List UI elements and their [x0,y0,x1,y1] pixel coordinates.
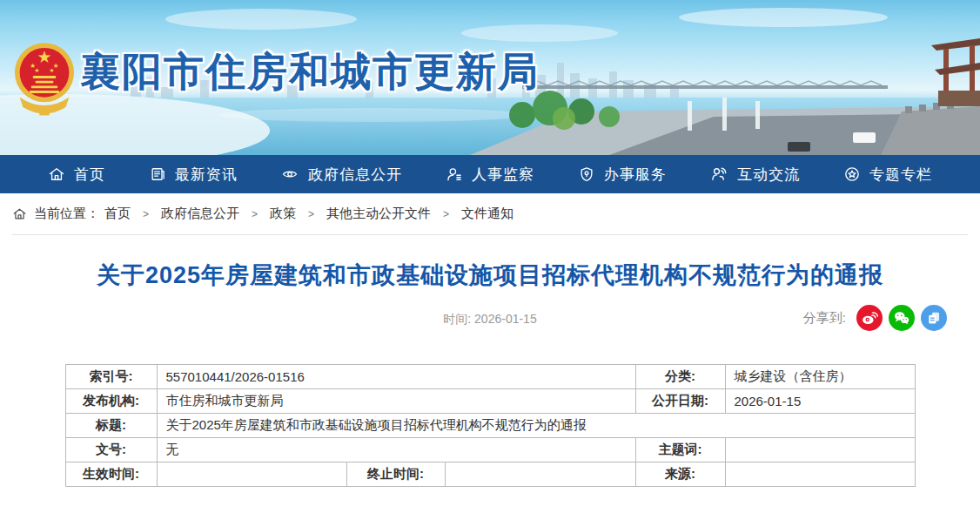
shield-icon [578,165,595,183]
table-row: 生效时间: 终止时间: 来源: [65,462,915,487]
nav-item-label: 首页 [74,165,105,185]
nav-item-home[interactable]: 首页 [48,165,105,185]
nav-item-gov-info[interactable]: 政府信息公开 [280,165,402,185]
breadcrumb-separator: > [252,208,258,220]
nav-item-label: 政府信息公开 [308,165,402,185]
doc-number-label: 文号: [65,438,157,462]
effective-date-value [157,462,346,487]
table-row: 文号: 无 主题词: [65,438,915,462]
wechat-icon [892,308,911,327]
table-row: 标题: 关于2025年房屋建筑和市政基础设施项目招标代理机构不规范行为的通报 [65,414,915,438]
publish-date-label: 公开日期: [635,389,725,414]
breadcrumb-item-policy[interactable]: 政策 [270,206,296,222]
svg-text:★: ★ [37,48,52,66]
breadcrumb-separator: > [443,208,449,220]
nav-item-personnel[interactable]: 人事监察 [446,165,534,185]
keywords-value [725,438,915,462]
copylink-icon [924,308,943,327]
weibo-share-button[interactable] [856,305,883,331]
national-emblem: ★ ★ ★ ★ ★ [11,31,77,122]
wechat-share-button[interactable] [889,305,915,331]
breadcrumb-separator: > [308,208,314,220]
article-title: 关于2025年房屋建筑和市政基础设施项目招标代理机构不规范行为的通报 [0,260,980,291]
expiry-date-label: 终止时间: [346,462,445,487]
index-number-value: 557010441/2026-01516 [157,365,635,389]
breadcrumb-item-home[interactable]: 首页 [104,206,131,222]
source-value [725,462,915,487]
home-icon [48,165,65,183]
table-row: 发布机构: 市住房和城市更新局 公开日期: 2026-01-15 [65,389,915,414]
divider [12,234,968,235]
breadcrumb-prefix: 当前位置： [34,206,99,222]
share-bar: 分享到: [803,305,947,331]
svg-text:★: ★ [35,67,40,73]
source-label: 来源: [635,462,725,487]
breadcrumb-item-gov-info[interactable]: 政府信息公开 [161,206,239,222]
chat-icon [709,165,728,183]
nav-item-label: 专题专栏 [869,165,932,185]
nav-item-label: 互动交流 [737,165,800,185]
title-label: 标题: [65,414,157,438]
nav-item-services[interactable]: 办事服务 [578,165,667,185]
nav-item-label: 办事服务 [604,165,667,185]
table-row: 索引号: 557010441/2026-01516 分类: 城乡建设（含住房） [65,365,915,389]
doc-number-value: 无 [157,438,635,462]
person-icon [446,165,463,183]
news-icon [149,165,166,183]
nav-item-interaction[interactable]: 互动交流 [709,165,800,185]
article-meta: 时间: 2026-01-15 分享到: [0,305,980,333]
breadcrumb: 当前位置： 首页 > 政府信息公开 > 政策 > 其他主动公开文件 > 文件通知 [0,193,980,234]
breadcrumb-separator: > [143,208,149,220]
share-label: 分享到: [803,310,846,327]
nav-item-label: 人事监察 [472,165,534,185]
keywords-label: 主题词: [635,438,725,462]
nav-item-label: 最新资讯 [175,165,238,185]
index-number-label: 索引号: [65,365,157,389]
effective-date-label: 生效时间: [65,462,157,487]
copylink-share-button[interactable] [921,305,947,331]
agency-label: 发布机构: [65,389,157,414]
title-value: 关于2025年房屋建筑和市政基础设施项目招标代理机构不规范行为的通报 [157,414,915,438]
category-value: 城乡建设（含住房） [725,365,915,389]
breadcrumb-item-doc-notice[interactable]: 文件通知 [461,206,513,222]
time-value: 2026-01-15 [474,312,537,326]
time-label: 时间: [443,312,471,326]
expiry-date-value [445,462,635,487]
star-icon [843,165,861,183]
publish-date-value: 2026-01-15 [725,389,915,414]
site-banner: ★ ★ ★ ★ ★ 襄阳市住房和城市更新局 [0,0,980,155]
breadcrumb-item-other-public-docs[interactable]: 其他主动公开文件 [326,206,431,222]
svg-text:★: ★ [50,67,55,73]
weibo-icon [860,308,879,327]
nav-item-special-topics[interactable]: 专题专栏 [843,165,932,185]
main-nav: 首页 最新资讯 政府信息公开 人事监察 办 [0,155,980,193]
agency-value: 市住房和城市更新局 [157,389,635,414]
site-title: 襄阳市住房和城市更新局 [80,45,540,99]
nav-item-news[interactable]: 最新资讯 [149,165,238,185]
home-outline-icon [12,206,27,221]
document-info-table: 索引号: 557010441/2026-01516 分类: 城乡建设（含住房） … [65,364,916,487]
category-label: 分类: [635,365,725,389]
eye-icon [280,165,299,183]
